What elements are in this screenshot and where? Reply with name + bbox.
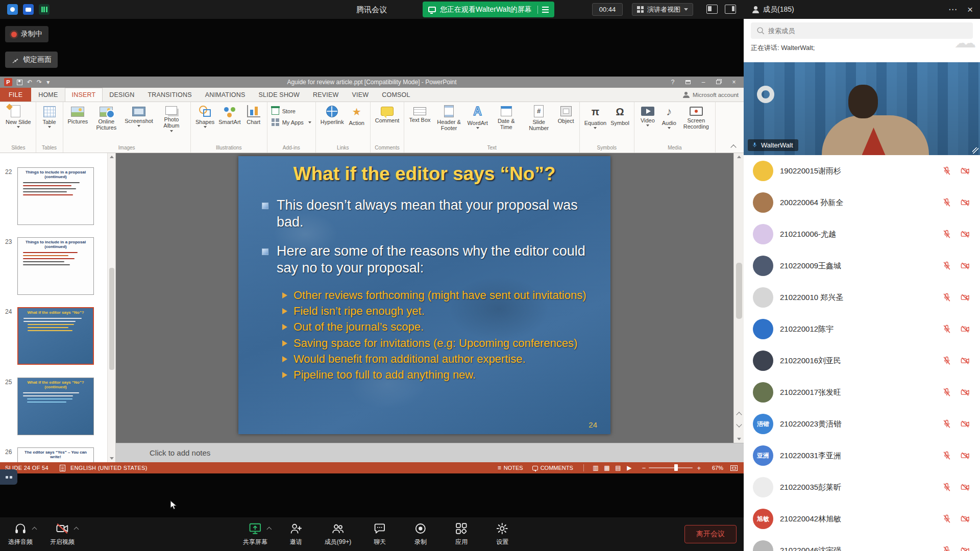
chevron-up-icon[interactable] xyxy=(74,526,79,531)
next-slide-button[interactable] xyxy=(737,422,742,428)
pin-screen-badge[interactable]: 锁定画面 xyxy=(5,52,58,68)
slide-thumbnail-25[interactable]: What if the editor says “No”? (continued… xyxy=(17,378,94,435)
microsoft-account[interactable]: Microsoft account xyxy=(683,88,739,102)
slide-thumbnail-26[interactable]: The editor says “Yes” – You can write! xyxy=(17,447,94,462)
tab-file[interactable]: FILE xyxy=(0,88,31,102)
mic-muted-icon[interactable] xyxy=(942,197,952,208)
camera-muted-icon[interactable] xyxy=(960,261,971,271)
mic-muted-icon[interactable] xyxy=(942,450,952,461)
tab-view[interactable]: VIEW xyxy=(346,88,376,102)
camera-muted-icon[interactable] xyxy=(960,482,971,492)
camera-app-icon[interactable] xyxy=(7,4,18,15)
member-row[interactable]: 210220035彭莱昕 xyxy=(744,471,980,503)
member-row[interactable]: 210220012陈宇 xyxy=(744,313,980,345)
camera-muted-icon[interactable] xyxy=(960,387,971,397)
member-row[interactable]: 210210006-尤越 xyxy=(744,218,980,250)
tab-review[interactable]: REVIEW xyxy=(306,88,346,102)
mic-muted-icon[interactable] xyxy=(942,292,952,303)
mic-muted-icon[interactable] xyxy=(942,514,952,524)
store-button[interactable]: Store xyxy=(270,107,297,115)
notes-pane[interactable]: Click to add notes xyxy=(116,443,744,462)
meeting-app-icon[interactable] xyxy=(23,4,34,15)
slide-number-button[interactable]: #Slide Number xyxy=(523,104,555,132)
chevron-up-icon[interactable] xyxy=(266,526,272,531)
camera-muted-icon[interactable] xyxy=(960,356,971,366)
tab-home[interactable]: HOME xyxy=(32,88,64,102)
zoom-out-button[interactable]: − xyxy=(642,464,646,472)
mic-muted-icon[interactable] xyxy=(942,229,952,239)
comment-button[interactable]: Comment xyxy=(373,104,402,123)
tab-slideshow[interactable]: SLIDE SHOW xyxy=(252,88,307,102)
screen-recording-button[interactable]: Screen Recording xyxy=(680,104,713,130)
close-window-button[interactable]: × xyxy=(726,79,742,86)
restore-button[interactable] xyxy=(711,79,726,86)
ribbon-options-button[interactable] xyxy=(680,79,696,86)
collapse-ribbon-button[interactable] xyxy=(729,143,738,150)
slide-thumbnail-22[interactable]: Things to include in a proposal (continu… xyxy=(17,167,94,225)
pictures-button[interactable]: Pictures xyxy=(66,104,90,124)
member-row[interactable]: 200220064 孙新全 xyxy=(744,187,980,218)
resize-grip[interactable] xyxy=(972,147,978,154)
save-icon[interactable] xyxy=(17,80,22,85)
member-row[interactable]: 亚洲 210220031李亚洲 xyxy=(744,440,980,471)
slide-sorter-button[interactable]: ▦ xyxy=(601,464,612,471)
scrollbar-thumb[interactable] xyxy=(109,268,114,370)
scroll-up-arrow[interactable] xyxy=(737,156,741,158)
camera-muted-icon[interactable] xyxy=(960,450,971,461)
mic-muted-icon[interactable] xyxy=(942,545,952,551)
members-button[interactable]: 成员(99+) xyxy=(325,522,351,546)
close-panel-button[interactable]: × xyxy=(967,4,973,15)
scroll-down-arrow[interactable] xyxy=(110,457,114,460)
mic-muted-icon[interactable] xyxy=(942,387,952,397)
more-options-button[interactable]: ⋯ xyxy=(948,4,957,15)
mic-muted-icon[interactable] xyxy=(942,482,952,492)
camera-muted-icon[interactable] xyxy=(960,419,971,429)
member-row[interactable]: 190220015谢雨杉 xyxy=(744,155,980,187)
powerpoint-logo-icon[interactable]: P xyxy=(4,78,12,86)
tab-transitions[interactable]: TRANSITIONS xyxy=(141,88,198,102)
sidebar-toggle-icon[interactable] xyxy=(725,5,736,14)
slide-thumbnail-24-selected[interactable]: What if the editor says “No”? xyxy=(17,307,94,365)
photo-album-button[interactable]: Photo Album xyxy=(155,104,188,132)
chat-button[interactable]: 聊天 xyxy=(368,522,392,546)
scroll-up-arrow[interactable] xyxy=(110,156,114,158)
mic-muted-icon[interactable] xyxy=(942,356,952,366)
tab-comsol[interactable]: COMSOL xyxy=(375,88,416,102)
hyperlink-button[interactable]: Hyperlink xyxy=(318,104,346,125)
date-time-button[interactable]: Date & Time xyxy=(490,104,523,131)
mic-muted-icon[interactable] xyxy=(942,166,952,176)
camera-muted-icon[interactable] xyxy=(960,166,971,176)
redo-icon[interactable]: ↷ xyxy=(37,79,42,86)
help-button[interactable]: ? xyxy=(665,79,680,86)
mic-muted-icon[interactable] xyxy=(942,419,952,429)
apps-button[interactable]: 应用 xyxy=(449,522,474,546)
stats-app-icon[interactable] xyxy=(39,4,50,15)
search-input[interactable] xyxy=(751,22,973,39)
camera-muted-icon[interactable] xyxy=(960,324,971,334)
slide-scrollbar[interactable] xyxy=(733,153,744,443)
invite-button[interactable]: 邀请 xyxy=(284,522,308,546)
header-footer-button[interactable]: Header & Footer xyxy=(433,104,465,132)
audio-button[interactable]: ♪Audio xyxy=(658,104,680,129)
normal-view-button[interactable]: ▥ xyxy=(590,464,601,471)
member-row[interactable]: 旭敏 210220042林旭敏 xyxy=(744,503,980,535)
previous-slide-button[interactable] xyxy=(737,411,742,416)
slide-thumbnail-23[interactable]: Things to include in a proposal (continu… xyxy=(17,237,94,295)
notes-toggle[interactable]: ≡NOTES xyxy=(498,464,523,471)
member-row[interactable]: 210220017张发旺 xyxy=(744,377,980,408)
leave-meeting-button[interactable]: 离开会议 xyxy=(684,525,737,543)
banner-menu-icon[interactable] xyxy=(542,7,549,13)
video-button[interactable]: Video xyxy=(637,104,658,127)
tab-animations[interactable]: ANIMATIONS xyxy=(199,88,252,102)
online-pictures-button[interactable]: Online Pictures xyxy=(90,104,122,131)
record-button[interactable]: 录制 xyxy=(408,522,433,546)
fit-slide-button[interactable] xyxy=(730,465,738,471)
zoom-in-button[interactable]: + xyxy=(697,464,701,472)
settings-button[interactable]: 设置 xyxy=(490,522,514,546)
my-apps-button[interactable]: My Apps xyxy=(270,118,313,126)
member-row[interactable]: 210220046沈宇强 xyxy=(744,535,980,551)
zoom-level[interactable]: 67% xyxy=(706,465,723,471)
language-indicator[interactable]: ENGLISH (UNITED STATES) xyxy=(70,465,148,471)
action-button[interactable]: ★Action xyxy=(346,104,368,126)
view-mode-selector[interactable]: 演讲者视图 xyxy=(632,3,693,16)
